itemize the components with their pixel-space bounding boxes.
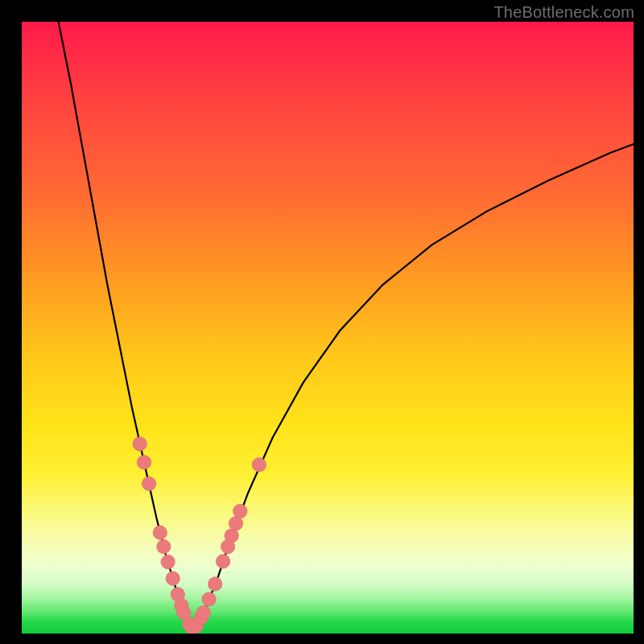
plot-area [22, 22, 634, 634]
marker-dot [133, 437, 147, 451]
marker-dot [196, 605, 210, 619]
marker-dot [161, 555, 175, 568]
marker-group [133, 437, 266, 634]
chart-frame: TheBottleneck.com [0, 0, 644, 644]
marker-dot [225, 529, 238, 543]
marker-dot [142, 477, 155, 490]
marker-dot [229, 516, 242, 530]
watermark-text: TheBottleneck.com [493, 3, 634, 22]
marker-dot [233, 504, 247, 518]
marker-dot [216, 555, 229, 568]
left-curve [59, 22, 193, 629]
chart-svg [22, 22, 634, 634]
marker-dot [202, 592, 216, 606]
marker-dot [157, 539, 171, 553]
marker-dot [166, 572, 180, 585]
marker-dot [208, 577, 221, 591]
marker-dot [137, 455, 151, 469]
right-curve [193, 144, 634, 629]
marker-dot [153, 526, 167, 539]
marker-dot [252, 458, 266, 472]
